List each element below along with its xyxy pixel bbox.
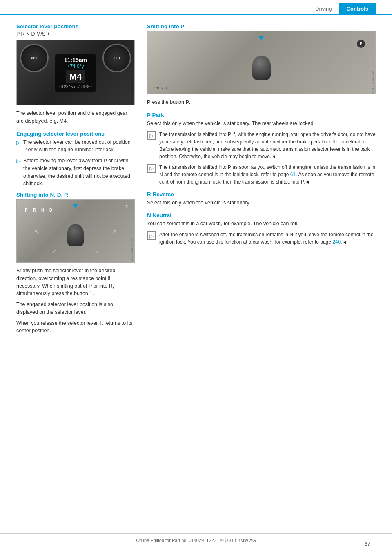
tab-driving[interactable]: Driving xyxy=(308,3,339,14)
para3: When you release the selector lever, it … xyxy=(16,320,135,335)
selector-positions-list: P R N D M/S + – xyxy=(16,31,135,37)
page-link-240[interactable]: 240 xyxy=(332,239,341,245)
shifting-ndr-title: Shifting into N, D, R xyxy=(16,192,135,198)
page-number: 67 xyxy=(359,539,376,547)
bullet-text-1: The selector lever can be moved out of p… xyxy=(23,139,135,154)
shifting-p-title: Shifting into P xyxy=(147,23,376,29)
notice-box-2: ▷ The transmission is shifted into P as … xyxy=(147,163,376,186)
selector-body: The selector lever position and the enga… xyxy=(16,110,135,125)
para2: The engaged selector lever position is a… xyxy=(16,301,135,316)
notice-text-1: The transmission is shifted into P if, w… xyxy=(159,131,376,160)
bullet-item-2: ▷ Before moving the lever away from P or… xyxy=(16,157,135,188)
park-body: Select this only when the vehicle is sta… xyxy=(147,120,376,128)
footer: Online Edition for Part no. 01402911223 … xyxy=(0,533,392,547)
page-link-61[interactable]: 61 xyxy=(290,172,296,177)
header-bar: Driving Controls xyxy=(0,0,392,15)
shifter-ndr-image: P R N D 1 ▼ ↖ ↗ ↙ ↘ YK02-502-10VA xyxy=(16,199,135,263)
main-content: Selector lever positions P R N D M/S + –… xyxy=(0,15,392,354)
notice-icon-1: ▷ xyxy=(147,131,156,140)
reverse-title: R Reverse xyxy=(147,191,376,197)
selector-lever-title: Selector lever positions xyxy=(16,23,135,29)
left-column: Selector lever positions P R N D M/S + –… xyxy=(16,23,135,338)
tab-controls[interactable]: Controls xyxy=(339,3,376,14)
neutral-body: You can select this in a car wash, for e… xyxy=(147,220,376,228)
notice-text-3: After the engine is switched off, the tr… xyxy=(159,231,376,246)
notice-box-1: ▷ The transmission is shifted into P if,… xyxy=(147,131,376,160)
press-p-text: Press the button P. xyxy=(147,98,376,106)
bullet-item-1: ▷ The selector lever can be moved out of… xyxy=(16,139,135,154)
reverse-body: Select this only when the vehicle is sta… xyxy=(147,199,376,207)
notice-icon-3: ▷ xyxy=(147,231,156,240)
notice-icon-2: ▷ xyxy=(147,164,156,173)
park-title: P Park xyxy=(147,112,376,118)
bullet-arrow-2: ▷ xyxy=(16,157,20,165)
notice-box-3: ▷ After the engine is switched off, the … xyxy=(147,231,376,246)
bullet-arrow-1: ▷ xyxy=(16,139,20,146)
neutral-title: N Neutral xyxy=(147,212,376,218)
right-column: Shifting into P ▼ P P R N D VQ02512-01VA… xyxy=(147,23,376,338)
engaging-title: Engaging selector lever positions xyxy=(16,131,135,137)
engaging-bullet-list: ▷ The selector lever can be moved out of… xyxy=(16,139,135,188)
shifter-p-image: ▼ P P R N D VQ02512-01VA xyxy=(147,31,376,94)
bullet-text-2: Before moving the lever away from P or N… xyxy=(23,157,135,188)
footer-text: Online Edition for Part no. 01402911223 … xyxy=(136,538,256,543)
notice-text-2: The transmission is shifted into P as so… xyxy=(159,163,376,186)
para1: Briefly push the selector lever in the d… xyxy=(16,267,135,298)
dashboard-image: 320 110 11:15am +74.0°y M4 012345 mi/s 6… xyxy=(16,40,135,105)
